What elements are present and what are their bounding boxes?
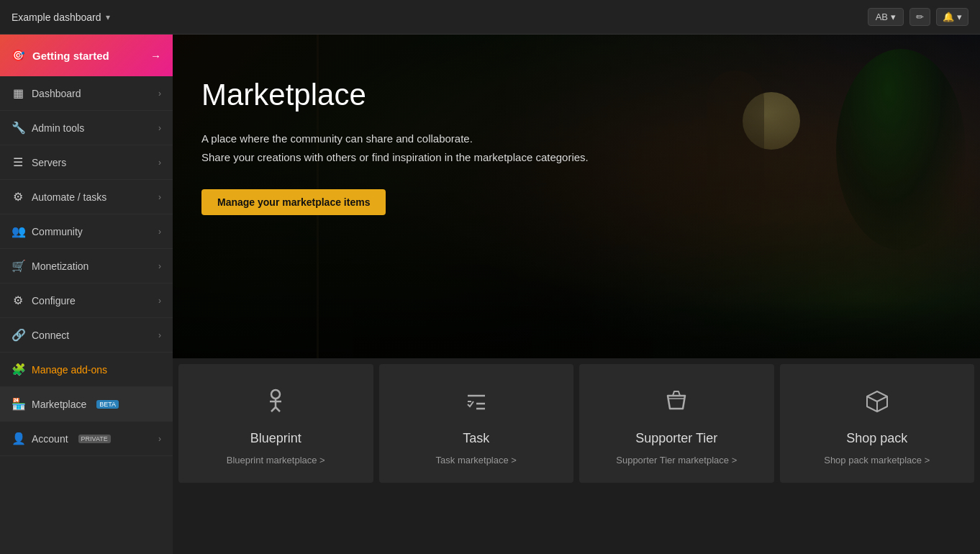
- sidebar: 🎯 Getting started → ▦ Dashboard › 🔧 Admi…: [0, 35, 173, 554]
- svg-point-0: [271, 390, 280, 399]
- blueprint-card-title: Blueprint: [250, 431, 301, 446]
- getting-started-label: Getting started: [32, 50, 109, 62]
- servers-icon: ☰: [12, 155, 24, 169]
- topbar-dropdown-icon[interactable]: ▾: [106, 12, 110, 22]
- sidebar-label-dashboard: Dashboard: [32, 88, 81, 99]
- sidebar-item-admin-tools[interactable]: 🔧 Admin tools ›: [0, 111, 173, 145]
- hero-content: Marketplace A place where the community …: [173, 35, 980, 244]
- sidebar-label-manage-addons: Manage add-ons: [32, 364, 107, 376]
- notification-button[interactable]: 🔔 ▾: [936, 8, 968, 26]
- manage-marketplace-label: Manage your marketplace items: [217, 196, 370, 208]
- cards-row: Blueprint Blueprint marketplace > Task T…: [173, 358, 980, 489]
- task-icon: [462, 387, 491, 422]
- sidebar-item-configure[interactable]: ⚙ Configure ›: [0, 283, 173, 318]
- sidebar-item-community[interactable]: 👥 Community ›: [0, 214, 173, 249]
- supporter-tier-card-title: Supporter Tier: [635, 431, 717, 446]
- sidebar-label-automate: Automate / tasks: [32, 191, 106, 203]
- automate-icon: ⚙: [12, 190, 24, 204]
- blueprint-card-link: Blueprint marketplace >: [227, 455, 325, 466]
- content-area: Marketplace A place where the community …: [173, 35, 980, 554]
- hero-subtitle-line1: A place where the community can share an…: [201, 132, 473, 145]
- manage-marketplace-button[interactable]: Manage your marketplace items: [201, 189, 386, 215]
- manage-addons-icon: 🧩: [12, 363, 24, 376]
- card-shop-pack[interactable]: Shop pack Shop pack marketplace >: [780, 364, 975, 483]
- notification-chevron-icon: ▾: [957, 12, 962, 22]
- sidebar-item-connect[interactable]: 🔗 Connect ›: [0, 318, 173, 353]
- blueprint-icon: [261, 387, 290, 422]
- sidebar-item-account[interactable]: 👤 Account Private ›: [0, 422, 173, 456]
- sidebar-label-servers: Servers: [32, 157, 66, 168]
- sidebar-item-manage-addons[interactable]: 🧩 Manage add-ons: [0, 353, 173, 387]
- topbar-title: Example dashboard: [12, 12, 101, 23]
- sidebar-label-monetization: Monetization: [32, 260, 89, 272]
- sidebar-label-community: Community: [32, 226, 83, 237]
- card-supporter-tier[interactable]: Supporter Tier Supporter Tier marketplac…: [579, 364, 774, 483]
- edit-button[interactable]: ✏: [909, 8, 930, 26]
- sidebar-label-marketplace: Marketplace: [32, 399, 86, 410]
- account-icon: 👤: [12, 432, 24, 445]
- sidebar-label-admin-tools: Admin tools: [32, 122, 84, 134]
- svg-line-4: [276, 407, 280, 412]
- card-blueprint[interactable]: Blueprint Blueprint marketplace >: [178, 364, 373, 483]
- shop-pack-card-link: Shop pack marketplace >: [824, 455, 930, 466]
- sidebar-item-automate[interactable]: ⚙ Automate / tasks ›: [0, 180, 173, 214]
- configure-chevron-icon: ›: [158, 296, 161, 306]
- configure-icon: ⚙: [12, 294, 24, 307]
- svg-line-3: [271, 407, 276, 412]
- topbar-right: AB ▾ ✏ 🔔 ▾: [868, 8, 968, 26]
- shop-pack-icon: [863, 387, 891, 422]
- task-card-link: Task marketplace >: [436, 455, 517, 466]
- supporter-tier-card-link: Supporter Tier marketplace >: [616, 455, 737, 466]
- automate-chevron-icon: ›: [158, 192, 161, 202]
- card-task[interactable]: Task Task marketplace >: [379, 364, 574, 483]
- shop-pack-card-title: Shop pack: [846, 431, 907, 446]
- servers-chevron-icon: ›: [158, 158, 161, 168]
- account-chevron-icon: ›: [158, 434, 161, 444]
- monetization-chevron-icon: ›: [158, 261, 161, 271]
- account-private-badge: Private: [78, 435, 111, 443]
- sidebar-item-monetization[interactable]: 🛒 Monetization ›: [0, 249, 173, 283]
- edit-icon: ✏: [916, 12, 924, 22]
- hero-banner: Marketplace A place where the community …: [173, 35, 980, 358]
- getting-started-icon: 🎯: [12, 49, 25, 62]
- sidebar-label-account: Account: [32, 433, 68, 445]
- task-card-title: Task: [463, 431, 489, 446]
- admin-tools-chevron-icon: ›: [158, 123, 161, 133]
- community-icon: 👥: [12, 224, 24, 238]
- bell-icon: 🔔: [943, 12, 954, 22]
- sidebar-item-dashboard[interactable]: ▦ Dashboard ›: [0, 76, 173, 111]
- sidebar-label-connect: Connect: [32, 330, 69, 341]
- community-chevron-icon: ›: [158, 227, 161, 237]
- svg-marker-9: [867, 391, 887, 401]
- sidebar-item-servers[interactable]: ☰ Servers ›: [0, 145, 173, 180]
- topbar-left: Example dashboard ▾: [12, 12, 110, 23]
- marketplace-icon: 🏪: [12, 397, 24, 411]
- hero-subtitle: A place where the community can share an…: [201, 130, 951, 166]
- sidebar-item-marketplace[interactable]: 🏪 Marketplace BETA: [0, 387, 173, 422]
- ab-label: AB: [876, 12, 888, 22]
- hero-subtitle-line2: Share your creations with others or find…: [201, 151, 589, 163]
- topbar: Example dashboard ▾ AB ▾ ✏ 🔔 ▾: [0, 0, 980, 35]
- main-layout: 🎯 Getting started → ▦ Dashboard › 🔧 Admi…: [0, 35, 980, 554]
- marketplace-beta-badge: BETA: [96, 400, 119, 409]
- sidebar-label-configure: Configure: [32, 295, 76, 306]
- dashboard-icon: ▦: [12, 86, 24, 100]
- connect-icon: 🔗: [12, 328, 24, 342]
- monetization-icon: 🛒: [12, 259, 24, 273]
- dashboard-chevron-icon: ›: [158, 88, 161, 99]
- admin-tools-icon: 🔧: [12, 121, 24, 135]
- getting-started-arrow: →: [150, 50, 161, 62]
- connect-chevron-icon: ›: [158, 330, 161, 340]
- getting-started-button[interactable]: 🎯 Getting started →: [0, 35, 173, 76]
- supporter-tier-icon: [662, 387, 691, 422]
- hero-title: Marketplace: [201, 78, 951, 112]
- ab-chevron-icon: ▾: [891, 12, 896, 22]
- ab-button[interactable]: AB ▾: [868, 8, 904, 26]
